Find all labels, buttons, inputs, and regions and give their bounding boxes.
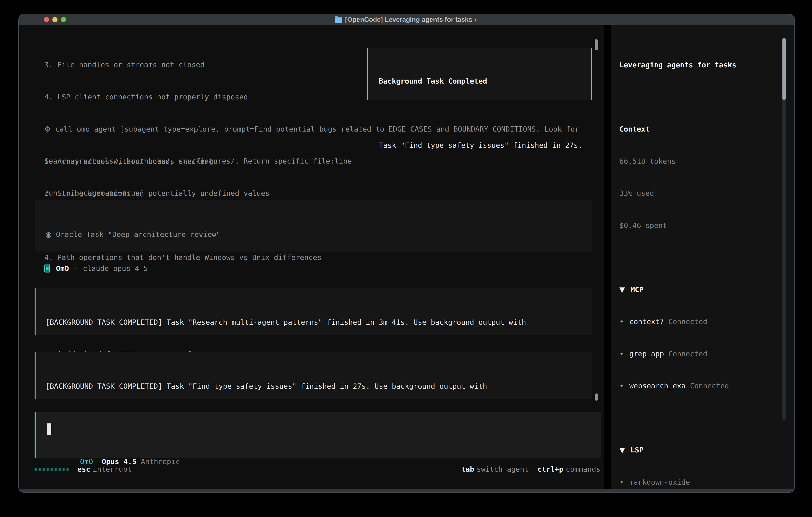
prompt-input[interactable]: OmOOpus 4.5Anthropic	[35, 412, 601, 458]
prompt-line: 1. Array access without bounds checking	[45, 156, 579, 167]
mcp-item: •websearch_exaConnected	[619, 380, 777, 391]
task-line1: [BACKGROUND TASK COMPLETED] Task "Find t…	[46, 381, 592, 392]
session-title: Leveraging agents for tasks	[619, 60, 777, 71]
status-dot-icon: •	[619, 382, 624, 390]
separator-dot: ·	[74, 263, 78, 274]
ctrlp-keycap[interactable]: ctrl+p	[538, 464, 563, 474]
task-line1: [BACKGROUND TASK COMPLETED] Task "Resear…	[46, 317, 592, 328]
oracle-task-title: ◉ Oracle Task "Deep architecture review"	[46, 229, 592, 240]
lsp-item: •markdown-oxide	[619, 477, 777, 488]
tab-label: switch agent	[476, 464, 528, 474]
lsp-section-header[interactable]: ▼LSP	[619, 445, 777, 456]
collapse-triangle-icon: ▼	[619, 285, 625, 294]
tool-call-line: ⚙ call_omo_agent [subagent_type=explore,…	[45, 124, 579, 135]
main-scrollbar-thumb[interactable]	[594, 393, 598, 401]
spinner-dots-icon	[35, 468, 68, 471]
status-dot-icon: •	[619, 350, 624, 358]
mcp-item: •grep_appConnected	[619, 349, 777, 359]
mcp-item: •context7Connected	[619, 316, 777, 327]
gear-icon: ⚙	[45, 125, 51, 133]
agent-header: OmO · claude-opus-4-5	[45, 263, 148, 274]
status-dot-icon: •	[619, 478, 624, 486]
fisheye-icon: ◉	[46, 230, 52, 239]
oracle-task-card[interactable]: ◉ Oracle Task "Deep architecture review"…	[35, 200, 592, 251]
prompt-line: 2. String operations on potentially unde…	[45, 188, 579, 199]
mcp-section-header[interactable]: ▼MCP	[619, 284, 777, 295]
title-bar: [OpenCode] Leveraging agents for tasks ◐	[19, 15, 794, 25]
context-used: 33% used	[619, 188, 777, 199]
task-completed-card[interactable]: [BACKGROUND TASK COMPLETED] Task "Find t…	[35, 352, 592, 399]
status-bar: esc interrupt tab switch agent ctrl+p co…	[35, 464, 601, 474]
main-scrollbar-thumb[interactable]	[594, 39, 598, 50]
esc-label: interrupt	[93, 464, 132, 474]
zoom-window-button[interactable]	[61, 17, 66, 22]
omo-agent-icon	[45, 265, 50, 272]
tool-call-text: call_omo_agent [subagent_type=explore, p…	[51, 125, 579, 133]
session-sidebar: Leveraging agents for tasks Context 66,5…	[611, 25, 794, 489]
ctrlp-label: commands	[566, 464, 601, 474]
terminal-content: 3. File handles or streams not closed 4.…	[19, 25, 794, 489]
agent-model: claude-opus-4-5	[83, 263, 148, 274]
sidebar-scrollbar-thumb[interactable]	[782, 38, 786, 100]
close-window-button[interactable]	[44, 17, 49, 22]
minimize-window-button[interactable]	[52, 17, 58, 22]
text-cursor	[47, 424, 51, 435]
panel-divider	[604, 25, 611, 489]
window-title: [OpenCode] Leveraging agents for tasks ◐	[335, 16, 478, 23]
app-window: [OpenCode] Leveraging agents for tasks ◐…	[19, 15, 794, 492]
background-task-toast: Background Task Completed Task "Find typ…	[367, 48, 592, 100]
toast-title: Background Task Completed	[379, 76, 591, 87]
scrollback-line: 3. File handles or streams not closed	[45, 59, 352, 70]
status-dot-icon: •	[619, 318, 624, 326]
window-title-text: [OpenCode] Leveraging agents for tasks ◐	[345, 16, 478, 23]
agent-name: OmO	[56, 263, 69, 274]
scrollback-line: 4. LSP client connections not properly d…	[45, 91, 352, 102]
task-completed-card[interactable]: [BACKGROUND TASK COMPLETED] Task "Resear…	[35, 288, 592, 335]
collapse-triangle-icon: ▼	[619, 446, 625, 454]
tab-keycap[interactable]: tab	[461, 464, 474, 474]
context-heading: Context	[619, 124, 777, 135]
context-spent: $0.46 spent	[619, 220, 777, 231]
context-tokens: 66,518 tokens	[619, 156, 777, 167]
esc-keycap[interactable]: esc	[77, 464, 90, 474]
folder-icon	[335, 18, 342, 23]
